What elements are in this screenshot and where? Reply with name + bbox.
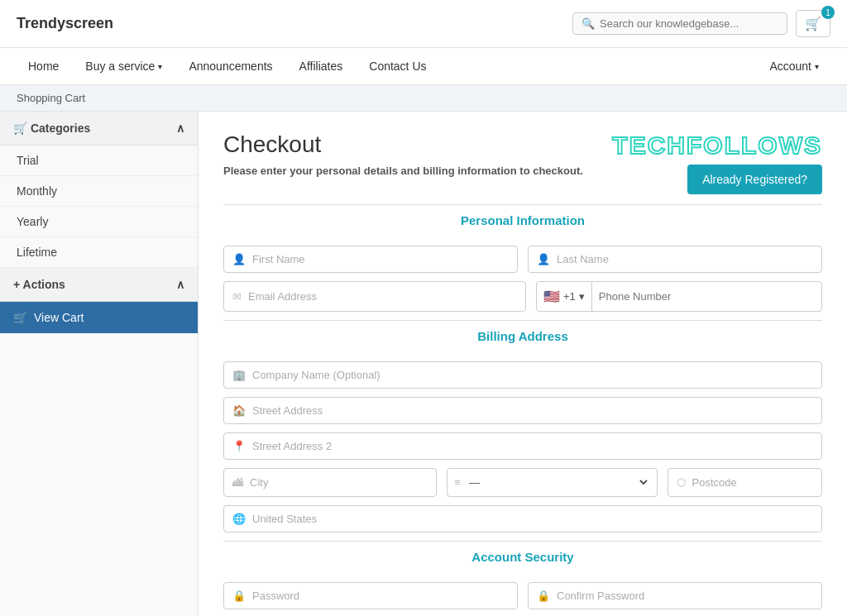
checkout-header: Checkout TECHFOLLOWS [223,131,822,160]
state-wrapper: ≡ — [447,468,657,497]
cart-icon: 🛒 [13,122,31,135]
city-input[interactable] [250,476,428,489]
lock-icon: 🔒 [537,590,550,602]
state-select[interactable]: — [466,469,650,496]
checkout-title-area: Checkout [223,131,321,158]
search-box: 🔍 [572,12,787,35]
nav-search-area: 🔍 🛒 1 [572,10,830,37]
first-name-wrapper: 👤 [223,246,518,273]
sidebar-actions-header[interactable]: + Actions ∧ [0,268,198,302]
country-input[interactable] [252,513,813,525]
first-name-input[interactable] [252,253,509,265]
cart-button[interactable]: 🛒 1 [796,10,830,37]
personal-info-title: Personal Information [223,204,822,236]
password-wrapper: 🔒 [223,582,518,609]
email-wrapper: ✉ [223,281,526,312]
sidebar-categories-label: 🛒 Categories [13,122,90,135]
contact-row: ✉ 🇺🇸 +1 ▾ [223,281,822,312]
street2-wrapper: 📍 [223,432,822,460]
state-icon: ≡ [454,476,461,489]
last-name-input[interactable] [557,253,813,265]
techfollows-logo: TECHFOLLOWS [612,131,822,160]
person-icon: 👤 [537,253,550,265]
breadcrumb: Shopping Cart [0,85,847,112]
postcode-input[interactable] [692,476,813,489]
name-row: 👤 👤 [223,246,822,273]
postcode-icon: ⬡ [677,476,686,489]
nav-affiliates[interactable]: Affiliates [288,48,355,84]
street1-row: 🏠 [223,397,822,424]
sidebar-item-lifetime[interactable]: Lifetime [0,237,198,268]
building-icon: 🏢 [232,369,246,381]
person-icon: 👤 [232,253,246,265]
billing-address-title: Billing Address [223,320,822,351]
cart-icon: 🛒 [13,311,27,324]
password-input[interactable] [252,590,509,602]
plus-icon: + [13,278,23,291]
company-row: 🏢 [223,361,822,389]
sidebar-item-yearly[interactable]: Yearly [0,207,198,237]
nav-announcements[interactable]: Announcements [177,48,284,84]
main-nav: Home Buy a service ▾ Announcements Affil… [0,48,847,85]
phone-input[interactable] [592,284,821,309]
city-state-row: 🏙 ≡ — ⬡ [223,468,822,497]
globe-icon: 🌐 [232,513,246,525]
brand-logo: Trendyscreen [17,15,113,32]
city-icon: 🏙 [232,476,243,489]
chevron-down-icon: ▾ [579,290,585,303]
chevron-down-icon: ▾ [815,62,819,71]
main-content: Checkout TECHFOLLOWS Please enter your p… [199,112,847,616]
location-icon: 📍 [232,440,246,452]
street2-row: 📍 [223,432,822,460]
lock-icon: 🔒 [232,590,246,602]
checkout-title: Checkout [223,131,321,158]
email-icon: ✉ [232,290,242,303]
already-registered-button[interactable]: Already Registered? [687,165,822,194]
street1-input[interactable] [252,404,813,417]
confirm-password-wrapper: 🔒 [528,582,822,609]
checkout-subtitle: Please enter your personal details and b… [223,165,583,177]
nav-buy-service[interactable]: Buy a service ▾ [74,48,174,84]
sidebar-categories-header[interactable]: 🛒 Categories ∧ [0,112,198,146]
street-icon: 🏠 [232,404,246,417]
sidebar-item-monthly[interactable]: Monthly [0,176,198,207]
account-security-title: Account Security [223,541,822,572]
country-row: 🌐 [223,505,822,532]
search-input[interactable] [600,17,778,30]
page-layout: 🛒 Categories ∧ Trial Monthly Yearly Life… [0,112,847,616]
flag-icon: 🇺🇸 [543,289,560,304]
phone-prefix-selector[interactable]: 🇺🇸 +1 ▾ [537,282,592,311]
nav-contact-us[interactable]: Contact Us [357,48,438,84]
chevron-up-icon: ∧ [176,122,184,135]
confirm-password-input[interactable] [557,590,813,602]
sidebar: 🛒 Categories ∧ Trial Monthly Yearly Life… [0,112,199,616]
country-wrapper: 🌐 [223,505,822,532]
cart-badge: 1 [821,6,835,19]
chevron-down-icon: ▾ [158,62,162,71]
last-name-wrapper: 👤 [528,246,822,273]
password-row: 🔒 🔒 [223,582,822,609]
top-navbar: Trendyscreen 🔍 🛒 1 [0,0,847,48]
nav-home[interactable]: Home [17,48,70,84]
street1-wrapper: 🏠 [223,397,822,424]
city-wrapper: 🏙 [223,468,437,497]
sidebar-actions-label: + Actions [13,278,65,291]
company-wrapper: 🏢 [223,361,822,389]
postcode-wrapper: ⬡ [668,468,822,497]
company-input[interactable] [252,369,813,381]
chevron-up-icon: ∧ [176,278,184,291]
search-icon: 🔍 [581,17,595,30]
sidebar-item-trial[interactable]: Trial [0,146,198,176]
phone-wrapper: 🇺🇸 +1 ▾ [536,281,822,312]
email-input[interactable] [248,290,517,303]
nav-account[interactable]: Account ▾ [758,48,830,84]
sidebar-item-view-cart[interactable]: 🛒 View Cart [0,302,198,333]
street2-input[interactable] [252,440,813,452]
